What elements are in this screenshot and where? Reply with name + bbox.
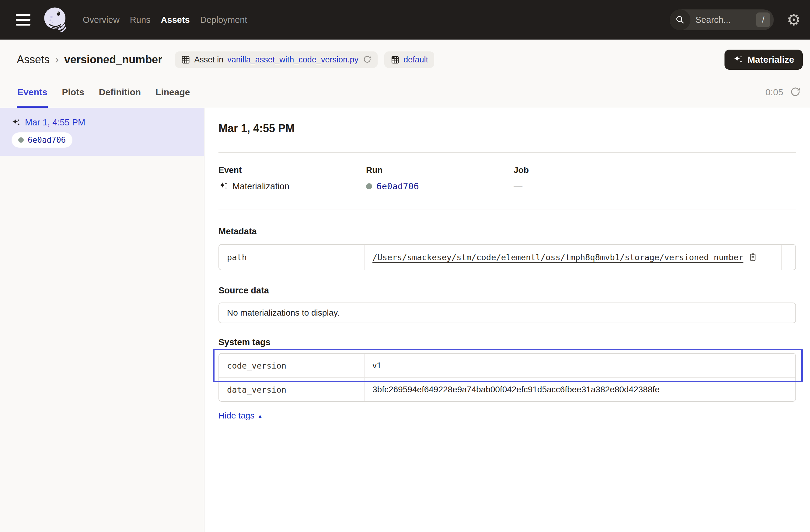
- asset-tabs: Events Plots Definition Lineage 0:05: [0, 77, 810, 108]
- divider: [218, 209, 796, 209]
- dagster-octopus-icon: [42, 5, 69, 35]
- nav-deployment[interactable]: Deployment: [200, 15, 247, 25]
- run-id-link[interactable]: 6e0ad706: [376, 181, 419, 191]
- asset-file-link[interactable]: vanilla_asset_with_code_version.py: [227, 55, 358, 65]
- divider: [218, 152, 796, 153]
- tag-value: v1: [364, 354, 795, 377]
- asset-badge-prefix: Asset in: [194, 55, 223, 65]
- repository-icon: [390, 55, 400, 64]
- top-navigation: Overview Runs Assets Deployment / ⚙: [0, 0, 810, 39]
- tag-value: 3bfc269594ef649228e9a74bab00f042efc91d5a…: [364, 378, 795, 401]
- code-version-row: code_version v1: [219, 354, 795, 377]
- tab-lineage[interactable]: Lineage: [155, 77, 191, 108]
- nav-runs[interactable]: Runs: [130, 15, 151, 25]
- event-timestamp: Mar 1, 4:55 PM: [25, 117, 85, 128]
- menu-button[interactable]: [15, 12, 32, 28]
- hide-tags-label: Hide tags: [218, 411, 254, 421]
- chevron-right-icon: ›: [55, 53, 59, 66]
- reload-definition-icon[interactable]: [363, 55, 372, 64]
- metadata-actions-cell: [781, 245, 795, 270]
- asset-table-icon: [181, 55, 190, 64]
- nav-assets[interactable]: Assets: [161, 15, 190, 25]
- system-tags-table: code_version v1 data_version 3bfc269594e…: [218, 353, 796, 402]
- primary-nav: Overview Runs Assets Deployment: [83, 15, 247, 25]
- dagster-logo[interactable]: [42, 5, 69, 35]
- job-column-label: Job: [514, 165, 796, 175]
- source-data-heading: Source data: [218, 285, 796, 296]
- search-shortcut-key: /: [756, 13, 770, 27]
- asset-header: Assets › versioned_number Asset in vanil…: [0, 39, 810, 108]
- source-data-empty-message: No materializations to display.: [218, 303, 796, 323]
- system-tags-heading: System tags: [218, 337, 796, 348]
- job-value: —: [514, 180, 796, 193]
- run-id-pill[interactable]: 6e0ad706: [12, 132, 72, 148]
- breadcrumb-assets-link[interactable]: Assets: [17, 53, 50, 66]
- run-id-label: 6e0ad706: [28, 135, 66, 145]
- run-column-label: Run: [366, 165, 514, 175]
- tag-key: data_version: [219, 378, 364, 401]
- search-icon: [670, 10, 691, 30]
- tag-key: code_version: [219, 354, 364, 377]
- tab-plots[interactable]: Plots: [61, 77, 85, 108]
- refresh-icon[interactable]: [790, 87, 801, 98]
- copy-icon[interactable]: [748, 253, 757, 262]
- metadata-key: path: [219, 245, 364, 270]
- collapse-arrow-icon: ▲: [257, 413, 263, 419]
- search-input[interactable]: [695, 15, 747, 25]
- materialization-sparkle-icon: [12, 118, 21, 127]
- asset-definition-badge: Asset in vanilla_asset_with_code_version…: [175, 51, 378, 68]
- metadata-path-link[interactable]: /Users/smackesey/stm/code/elementl/oss/t…: [372, 253, 743, 262]
- materialize-button[interactable]: Materialize: [725, 50, 803, 70]
- materialization-sparkle-icon: [218, 181, 228, 191]
- data-version-row: data_version 3bfc269594ef649228e9a74bab0…: [219, 377, 795, 401]
- events-sidebar: Mar 1, 4:55 PM 6e0ad706: [0, 108, 205, 532]
- nav-overview[interactable]: Overview: [83, 15, 119, 25]
- global-search[interactable]: /: [670, 10, 774, 30]
- repository-link[interactable]: default: [404, 55, 428, 65]
- event-list-item[interactable]: Mar 1, 4:55 PM 6e0ad706: [0, 108, 204, 156]
- settings-gear-icon[interactable]: ⚙: [787, 12, 801, 28]
- repository-badge: default: [384, 51, 434, 68]
- breadcrumb: Assets › versioned_number: [17, 53, 162, 66]
- hide-tags-link[interactable]: Hide tags ▲: [218, 411, 263, 421]
- event-title: Mar 1, 4:55 PM: [218, 122, 796, 135]
- metadata-heading: Metadata: [218, 226, 796, 237]
- refresh-countdown: 0:05: [765, 87, 783, 97]
- table-row: path /Users/smackesey/stm/code/elementl/…: [219, 245, 795, 270]
- materialize-button-label: Materialize: [748, 54, 794, 65]
- event-type-value: Materialization: [232, 181, 289, 191]
- event-summary: Event Materialization Run 6e0ad706 Job —: [218, 165, 796, 193]
- sparkle-icon: [733, 54, 743, 65]
- tab-events[interactable]: Events: [17, 77, 48, 108]
- run-status-dot: [366, 183, 372, 189]
- asset-name: versioned_number: [64, 53, 162, 66]
- tab-definition[interactable]: Definition: [98, 77, 142, 108]
- metadata-table: path /Users/smackesey/stm/code/elementl/…: [218, 244, 796, 270]
- event-column-label: Event: [218, 165, 366, 175]
- run-status-dot: [18, 137, 24, 143]
- event-details-panel: Mar 1, 4:55 PM Event Materialization Run…: [205, 108, 810, 532]
